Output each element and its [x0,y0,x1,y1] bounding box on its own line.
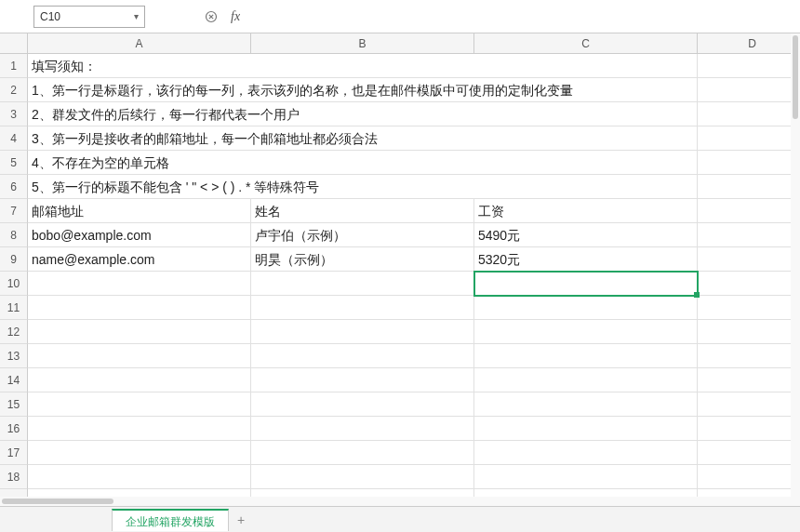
cell[interactable] [698,247,800,272]
row-header[interactable]: 1 [0,54,28,78]
cell[interactable] [28,368,251,392]
row-header[interactable]: 18 [0,465,28,489]
cell[interactable] [474,344,698,368]
row-header[interactable]: 14 [0,368,28,392]
col-header-c[interactable]: C [474,33,698,54]
name-box-value: C10 [40,10,60,23]
cell[interactable] [698,223,800,247]
add-sheet-button[interactable]: + [229,509,253,531]
chevron-down-icon[interactable]: ▾ [134,11,139,21]
cell[interactable] [251,272,474,296]
spreadsheet-grid: A B C D 1 2 3 4 5 6 7 8 9 10 11 12 13 14… [0,33,800,499]
cell[interactable] [698,441,800,465]
cell[interactable] [698,78,800,102]
cell[interactable] [251,320,474,344]
col-header-d[interactable]: D [698,33,800,54]
cell[interactable] [28,441,251,465]
row-header[interactable]: 2 [0,78,28,102]
cell[interactable] [251,441,474,465]
cell[interactable] [698,368,800,392]
formula-bar: C10 ▾ fx [0,0,800,33]
cell[interactable] [28,272,251,296]
row-header[interactable]: 11 [0,296,28,320]
row-header[interactable]: 6 [0,175,28,199]
scrollbar-thumb[interactable] [793,35,798,119]
cell[interactable]: 5320元 [474,247,698,272]
cell[interactable] [698,272,800,296]
cell[interactable] [698,296,800,320]
scrollbar-thumb[interactable] [2,499,113,504]
cell[interactable] [698,465,800,489]
cell[interactable] [251,417,474,441]
cell[interactable] [28,417,251,441]
cell[interactable] [251,465,474,489]
select-all-corner[interactable] [0,33,28,54]
row-header[interactable]: 5 [0,151,28,175]
cell[interactable]: 5、第一行的标题不能包含 ' " < > ( ) . * 等特殊符号 [28,175,698,199]
cell[interactable] [698,126,800,151]
cell[interactable] [474,296,698,320]
col-header-b[interactable]: B [251,33,474,54]
cell[interactable] [698,54,800,78]
cell[interactable] [698,392,800,417]
cancel-icon[interactable] [203,8,220,25]
row-header[interactable]: 16 [0,417,28,441]
cell[interactable] [28,465,251,489]
row-header[interactable]: 9 [0,247,28,272]
vertical-scrollbar[interactable] [791,33,800,497]
row-headers: 1 2 3 4 5 6 7 8 9 10 11 12 13 14 15 16 1… [0,54,28,499]
cell[interactable] [28,392,251,417]
cell[interactable] [251,344,474,368]
col-header-a[interactable]: A [28,33,251,54]
sheet-tabs-bar: 企业邮箱群发模版 + [0,506,800,532]
column-headers: A B C D [28,33,800,54]
cell[interactable] [474,368,698,392]
cell[interactable] [251,392,474,417]
row-header[interactable]: 13 [0,344,28,368]
cell[interactable]: 明昊（示例） [251,247,474,272]
cell[interactable] [698,417,800,441]
cell[interactable]: 邮箱地址 [28,199,251,223]
row-header[interactable]: 7 [0,199,28,223]
cell[interactable] [474,392,698,417]
row-header[interactable]: 15 [0,392,28,417]
cell[interactable]: 1、第一行是标题行，该行的每一列，表示该列的名称，也是在邮件模版中可使用的定制化… [28,78,698,102]
cell[interactable] [474,320,698,344]
cell[interactable]: 工资 [474,199,698,223]
cell[interactable] [474,417,698,441]
fx-label[interactable]: fx [231,9,240,24]
row-header[interactable]: 12 [0,320,28,344]
cell[interactable]: 3、第一列是接收者的邮箱地址，每一个邮箱地址都必须合法 [28,126,698,151]
cell[interactable] [28,296,251,320]
selected-cell[interactable] [474,272,698,296]
cell[interactable] [698,102,800,126]
cell[interactable] [698,175,800,199]
cell[interactable]: 填写须知： [28,54,698,78]
fill-handle[interactable] [694,292,700,298]
cell[interactable] [474,441,698,465]
row-header[interactable]: 17 [0,441,28,465]
sheet-tab[interactable]: 企业邮箱群发模版 [112,509,229,531]
name-box[interactable]: C10 ▾ [33,6,145,28]
row-header[interactable]: 10 [0,272,28,296]
cell[interactable] [251,368,474,392]
cell[interactable]: 卢宇伯（示例） [251,223,474,247]
row-header[interactable]: 3 [0,102,28,126]
cell[interactable]: 4、不存在为空的单元格 [28,151,698,175]
cell[interactable]: 姓名 [251,199,474,223]
row-header[interactable]: 4 [0,126,28,151]
cell[interactable] [251,296,474,320]
cell[interactable] [28,320,251,344]
row-header[interactable]: 8 [0,223,28,247]
cell[interactable] [474,465,698,489]
cell[interactable] [698,320,800,344]
cell[interactable]: name@example.com [28,247,251,272]
cell[interactable] [698,199,800,223]
cell[interactable]: bobo@example.com [28,223,251,247]
cell[interactable] [28,344,251,368]
horizontal-scrollbar[interactable] [0,497,800,506]
cell[interactable]: 2、群发文件的后续行，每一行都代表一个用户 [28,102,698,126]
cell[interactable]: 5490元 [474,223,698,247]
cell[interactable] [698,344,800,368]
cell[interactable] [698,151,800,175]
